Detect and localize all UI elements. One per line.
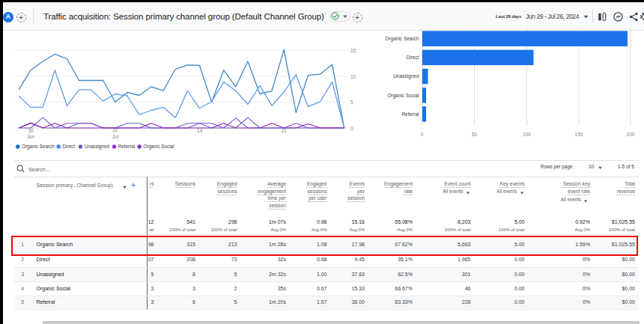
svg-text:Organic Social: Organic Social — [144, 144, 174, 150]
svg-text:07: 07 — [112, 128, 118, 133]
svg-text:Direct: Direct — [63, 144, 76, 149]
svg-text:Direct: Direct — [407, 55, 419, 60]
svg-text:14: 14 — [197, 128, 203, 133]
svg-text:Organic Search: Organic Search — [22, 144, 55, 150]
svg-text:0: 0 — [350, 126, 353, 131]
svg-text:200: 200 — [627, 132, 635, 137]
svg-text:30: 30 — [28, 128, 34, 133]
svg-text:Unassigned: Unassigned — [85, 144, 110, 150]
svg-text:Organic Social: Organic Social — [387, 93, 419, 99]
svg-text:Referral: Referral — [401, 111, 419, 117]
svg-text:50: 50 — [472, 132, 478, 137]
svg-text:0: 0 — [421, 132, 424, 137]
svg-text:10: 10 — [350, 74, 356, 79]
svg-text:100: 100 — [523, 132, 531, 137]
svg-text:Unassigned: Unassigned — [393, 73, 419, 79]
svg-text:Jun: Jun — [27, 134, 35, 139]
svg-text:Organic Search: Organic Search — [385, 36, 419, 42]
svg-text:21: 21 — [281, 128, 287, 133]
svg-text:Jul: Jul — [112, 134, 119, 139]
svg-text:15: 15 — [350, 48, 356, 53]
svg-text:Referral: Referral — [118, 144, 135, 149]
svg-text:5: 5 — [350, 100, 353, 105]
svg-text:150: 150 — [575, 132, 583, 137]
